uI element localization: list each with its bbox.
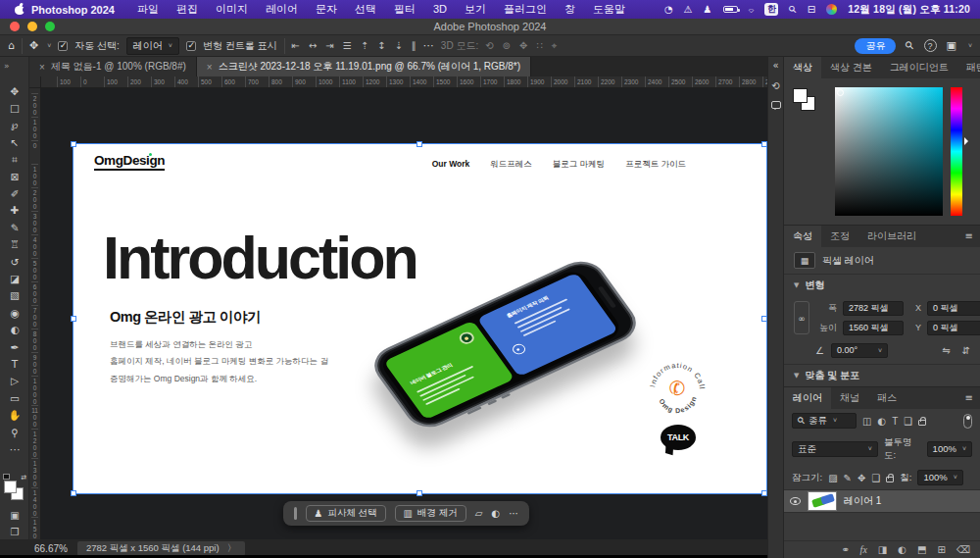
menu-item[interactable]: 문자	[307, 0, 346, 19]
tool-button[interactable]: ◉	[0, 304, 29, 321]
align-icon[interactable]: ↔	[309, 40, 317, 51]
close-tab-icon[interactable]: ×	[39, 62, 45, 73]
layer-filter-dropdown[interactable]: ⚲ 종류 ˅	[792, 413, 857, 429]
document-tab-untitled[interactable]: × 제목 없음-1 @ 100% (RGB/8#)	[29, 57, 197, 76]
tool-button[interactable]: T	[0, 355, 29, 372]
chevron-down-icon[interactable]: ˅	[47, 42, 51, 49]
filter-adjustment-icon[interactable]: ◐	[877, 416, 886, 427]
swap-colors-icon[interactable]: ⇄	[21, 474, 26, 482]
share-button[interactable]: 공유	[855, 38, 896, 54]
tool-button[interactable]: ◐	[0, 321, 29, 337]
menu-app-name[interactable]: Photoshop 2024	[31, 4, 115, 16]
align-icon[interactable]: ⇤	[292, 40, 300, 51]
more-options-icon[interactable]: ⋯	[509, 508, 518, 519]
transform-handle-bottom-left[interactable]	[71, 490, 76, 496]
input-source-badge[interactable]: 한	[764, 3, 778, 16]
menu-item[interactable]: 플러그인	[495, 0, 556, 19]
transform-handle-top-left[interactable]	[71, 141, 76, 147]
menu-item[interactable]: 필터	[385, 0, 424, 19]
zoom-level[interactable]: 66.67%	[34, 543, 68, 554]
align-icon[interactable]: ⇡	[361, 40, 368, 51]
tool-button[interactable]: □	[0, 99, 29, 116]
align-icon[interactable]: ∥	[412, 40, 416, 51]
width-field[interactable]: 2782 픽셀	[843, 301, 904, 316]
flip-horizontal-icon[interactable]: ⇋	[942, 345, 950, 356]
tool-button[interactable]: ✒	[0, 338, 29, 355]
tab-paths[interactable]: 패스	[868, 387, 906, 409]
tool-button[interactable]: ↺	[0, 253, 29, 270]
tool-button[interactable]: ⚲	[0, 424, 29, 440]
adjustments-icon[interactable]: ◐	[491, 508, 500, 519]
search-icon[interactable]: ⚲	[784, 0, 803, 19]
color-swatches[interactable]	[793, 88, 818, 114]
x-field[interactable]: 0 픽셀	[927, 301, 980, 316]
menu-item[interactable]: 레이어	[257, 0, 307, 19]
tool-button[interactable]: ⌗	[0, 151, 29, 168]
hue-slider-handle[interactable]	[964, 137, 972, 145]
tool-button[interactable]: ℘	[0, 117, 29, 133]
delete-layer-icon[interactable]: ⌫	[956, 544, 970, 555]
app-status-icon[interactable]	[826, 4, 837, 15]
sync-warning-icon[interactable]: ⚠	[684, 0, 693, 19]
tool-button[interactable]: ✚	[0, 202, 29, 219]
filter-shape-icon[interactable]: ❑	[904, 416, 912, 427]
tool-button[interactable]: ⊠	[0, 168, 29, 184]
wifi-icon[interactable]: ⌔	[749, 0, 755, 19]
tool-button[interactable]: ◪	[0, 270, 29, 286]
panel-menu-icon[interactable]: ≡	[958, 226, 980, 247]
hue-slider[interactable]	[951, 87, 962, 216]
chevron-down-icon[interactable]: ▼	[794, 281, 799, 289]
tool-button[interactable]: ✋	[0, 406, 29, 423]
search-icon[interactable]: ⚲	[903, 38, 917, 53]
transform-handle-bottom-right[interactable]	[761, 490, 767, 496]
select-subject-button[interactable]: ♟ 피사체 선택	[306, 505, 386, 522]
transform-handle-bottom-center[interactable]	[416, 490, 422, 496]
tab-swatches[interactable]: 색상 견본	[821, 57, 881, 78]
tool-button[interactable]: ▭	[0, 389, 29, 406]
align-icon[interactable]: ☰	[343, 40, 352, 51]
quick-mask-icon[interactable]: ▣	[10, 510, 19, 521]
menu-item[interactable]: 도움말	[584, 0, 634, 19]
lock-transparent-icon[interactable]: ▨	[828, 473, 837, 483]
tab-patterns[interactable]: 패턴	[957, 57, 980, 78]
align-icon[interactable]: ⇥	[325, 40, 333, 51]
tool-button[interactable]: ✐	[0, 184, 29, 201]
move-tool-icon[interactable]: ✥	[29, 39, 38, 52]
mode-3d-icon[interactable]: ⟲	[485, 40, 493, 52]
toolbar-expand-icon[interactable]: »	[4, 61, 10, 71]
transform-handle-top-right[interactable]	[761, 141, 767, 147]
align-icon[interactable]: ↕	[377, 40, 385, 51]
constrain-proportions-icon[interactable]: ∞	[794, 301, 809, 334]
document-layer[interactable]: OmgDesign Our Work 워드프레스 블로그 마케팅 프로젝트 가이…	[74, 144, 766, 493]
lock-artboard-icon[interactable]: ❑	[871, 473, 880, 483]
auto-select-checkbox[interactable]	[58, 41, 68, 51]
menu-item[interactable]: 보기	[456, 0, 495, 19]
link-layers-icon[interactable]: ⚭	[841, 544, 849, 555]
lock-all-icon[interactable]	[886, 477, 894, 482]
menu-clock[interactable]: 12월 18일 (월) 오후 11:20	[848, 3, 970, 17]
remove-background-button[interactable]: ▥ 배경 제거	[395, 505, 466, 522]
menu-item[interactable]: 편집	[168, 0, 207, 19]
close-tab-icon[interactable]: ×	[207, 62, 213, 73]
transform-icon[interactable]: ▱	[475, 508, 483, 519]
tab-gradients[interactable]: 그레이디언트	[881, 57, 957, 78]
lock-position-icon[interactable]: ✥	[858, 473, 865, 483]
mode-3d-icon[interactable]: ∷	[536, 40, 542, 52]
blend-mode-dropdown[interactable]: 표준˅	[792, 441, 878, 457]
mode-3d-icon[interactable]: ⌖	[552, 40, 558, 52]
menu-item[interactable]: 선택	[346, 0, 385, 19]
auto-select-dropdown[interactable]: 레이어˅	[126, 37, 179, 55]
default-colors-icon[interactable]	[3, 474, 10, 480]
menu-item[interactable]: 창	[556, 0, 584, 19]
apple-menu-icon[interactable]	[14, 4, 25, 16]
show-transform-checkbox[interactable]	[186, 41, 196, 51]
new-layer-icon[interactable]: ⊞	[937, 544, 945, 555]
color-field[interactable]	[835, 87, 943, 216]
filter-toggle[interactable]	[963, 414, 972, 429]
filter-image-icon[interactable]: ◫	[862, 416, 871, 427]
transform-handle-middle-right[interactable]	[761, 316, 767, 322]
tab-libraries[interactable]: 라이브러리	[858, 226, 925, 247]
tool-button[interactable]: ▷	[0, 373, 29, 389]
screen-mode-icon[interactable]: ❐	[11, 527, 20, 537]
menu-item[interactable]: 이미지	[207, 0, 257, 19]
